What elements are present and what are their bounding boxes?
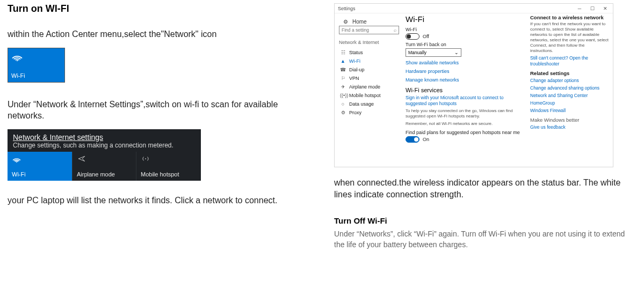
wifi-services-heading: Wi-Fi services [406, 87, 524, 93]
link-adapter[interactable]: Change adapter options [530, 78, 609, 84]
link-firewall[interactable]: Windows Firewall [530, 108, 609, 114]
settings-main: Wi-Fi Wi-Fi Off Turn Wi-Fi back on Manua… [406, 14, 524, 165]
svg-point-1 [16, 161, 17, 162]
make-better: Make Windows better [530, 117, 609, 123]
np-title[interactable]: Network & Internet settings [13, 133, 196, 142]
link-show-networks[interactable]: Show available networks [406, 60, 524, 65]
maximize-button[interactable]: ☐ [586, 6, 599, 11]
sidebar-item-label: Data usage [349, 101, 374, 107]
data-usage-icon: ○ [340, 101, 346, 107]
wifi-tile-label: Wi-Fi [11, 72, 61, 79]
sidebar-item-mobile-hotspot[interactable]: ((•))Mobile hotspot [339, 91, 400, 100]
instruction-1: within the Action Center menu,select the… [8, 28, 308, 40]
hotspot-icon [141, 155, 150, 162]
status-icon: ☷ [340, 50, 346, 55]
link-homegroup[interactable]: HomeGroup [530, 100, 609, 106]
dial-up-icon: ☎ [340, 67, 346, 72]
remember-text: Remember, not all Wi-Fi networks are sec… [406, 121, 524, 127]
turn-back-select[interactable]: Manually ⌄ [406, 48, 461, 57]
link-feedback[interactable]: Give us feedback [530, 124, 609, 130]
home-icon: ⚙ [343, 19, 348, 25]
airplane-icon [77, 155, 86, 162]
np-hotspot-tile[interactable]: Mobile hotspot [136, 152, 201, 181]
close-button[interactable]: ✕ [599, 6, 612, 11]
minimize-button[interactable]: ─ [573, 6, 586, 11]
sidebar-item-dial-up[interactable]: ☎Dial-up [339, 65, 400, 74]
instruction-2: Under “Network & lnternet Settings”,swit… [8, 99, 308, 122]
sidebar-item-label: VPN [349, 76, 359, 81]
np-airplane-tile[interactable]: Airplane mode [72, 152, 136, 181]
link-troubleshooter[interactable]: Still can't connect? Open the troublesho… [530, 55, 609, 67]
link-nsc[interactable]: Network and Sharing Center [530, 93, 609, 99]
page-title: Turn on WI-FI [8, 3, 308, 14]
np-wifi-label: Wi-Fi [12, 171, 68, 177]
sidebar-item-label: Dial-up [349, 67, 365, 72]
turn-back-label: Turn Wi-Fi back on [406, 42, 524, 47]
sidebar-item-data-usage[interactable]: ○Data usage [339, 100, 400, 108]
window-title: Settings [338, 6, 356, 11]
np-airplane-label: Airplane mode [77, 171, 132, 177]
np-wifi-tile[interactable]: Wi-Fi [8, 152, 72, 181]
wi-fi-icon: ▲ [340, 58, 346, 64]
sidebar-item-label: Status [349, 50, 363, 55]
sidebar-section: Network & Internet [339, 40, 400, 45]
sidebar-item-label: Airplane mode [349, 84, 380, 90]
np-hotspot-label: Mobile hotspot [141, 171, 197, 177]
search-placeholder: Find a setting [342, 27, 369, 33]
proxy-icon: ⚙ [340, 110, 346, 115]
paid-plans-toggle[interactable] [406, 136, 419, 143]
settings-rightcol: Connect to a wireless network If you can… [530, 14, 609, 165]
paid-plans-state: On [423, 137, 429, 142]
np-sub: Change settings, such as making a connec… [13, 142, 196, 149]
main-heading: Wi-Fi [406, 14, 524, 24]
turn-off-heading: Turn Off Wi-Fi [334, 216, 636, 225]
hotspot-help-text: To help you stay connected on the go, Wi… [406, 108, 524, 119]
link-sharing[interactable]: Change advanced sharing options [530, 85, 609, 91]
left-column: Turn on WI-FI within the Action Center m… [8, 3, 308, 250]
sidebar-item-vpn[interactable]: ⚐VPN [339, 74, 400, 83]
instruction-3: your PC laptop will list the networks it… [8, 195, 308, 206]
connect-heading: Connect to a wireless network [530, 14, 609, 20]
right-column: Settings ─ ☐ ✕ ⚙ Home Find a setting ⌕ [334, 3, 636, 250]
wifi-icon [12, 155, 21, 162]
settings-sidebar: ⚙ Home Find a setting ⌕ Network & Intern… [335, 13, 403, 167]
link-signin-hotspots[interactable]: Sign in with your Microsoft account to c… [406, 95, 524, 107]
home-link[interactable]: ⚙ Home [339, 16, 400, 26]
turn-off-body: Under “Networks”, click “Wi-Fi” again. T… [334, 228, 636, 250]
link-hardware[interactable]: Hardware properties [406, 69, 524, 74]
connect-body: If you can't find the network you want t… [530, 21, 609, 54]
indicator-text: when connected.the wireless indicator ap… [334, 177, 636, 200]
sidebar-item-label: Proxy [349, 110, 361, 115]
sidebar-item-label: Wi-Fi [349, 58, 360, 64]
svg-point-2 [145, 158, 146, 159]
search-icon: ⌕ [394, 27, 396, 33]
svg-point-0 [17, 60, 18, 61]
sidebar-item-label: Mobile hotspot [349, 93, 381, 98]
mobile-hotspot-icon: ((•)) [340, 93, 346, 98]
sidebar-item-airplane-mode[interactable]: ✈Airplane mode [339, 83, 400, 91]
related-heading: Related settings [530, 70, 609, 76]
sidebar-item-status[interactable]: ☷Status [339, 48, 400, 57]
search-input[interactable]: Find a setting ⌕ [339, 26, 399, 34]
window-titlebar: Settings ─ ☐ ✕ [335, 4, 613, 13]
wifi-toggle-state: Off [423, 34, 429, 39]
sidebar-item-proxy[interactable]: ⚙Proxy [339, 108, 400, 117]
settings-window: Settings ─ ☐ ✕ ⚙ Home Find a setting ⌕ [334, 3, 613, 167]
chevron-down-icon: ⌄ [454, 50, 459, 55]
sidebar-item-wi-fi[interactable]: ▲Wi-Fi [339, 57, 400, 65]
home-label: Home [352, 19, 367, 25]
link-manage-known[interactable]: Manage known networks [406, 77, 524, 83]
action-center-wifi-tile[interactable]: Wi-Fi [8, 48, 65, 83]
find-paid-label: Find paid plans for suggested open hotsp… [406, 130, 524, 135]
airplane-mode-icon: ✈ [340, 84, 346, 90]
wifi-icon [11, 51, 23, 61]
wifi-toggle[interactable] [406, 33, 419, 40]
network-settings-panel: Network & Internet settings Change setti… [8, 129, 201, 181]
wifi-toggle-label: Wi-Fi [406, 27, 524, 32]
select-value: Manually [408, 50, 426, 55]
vpn-icon: ⚐ [340, 76, 346, 81]
